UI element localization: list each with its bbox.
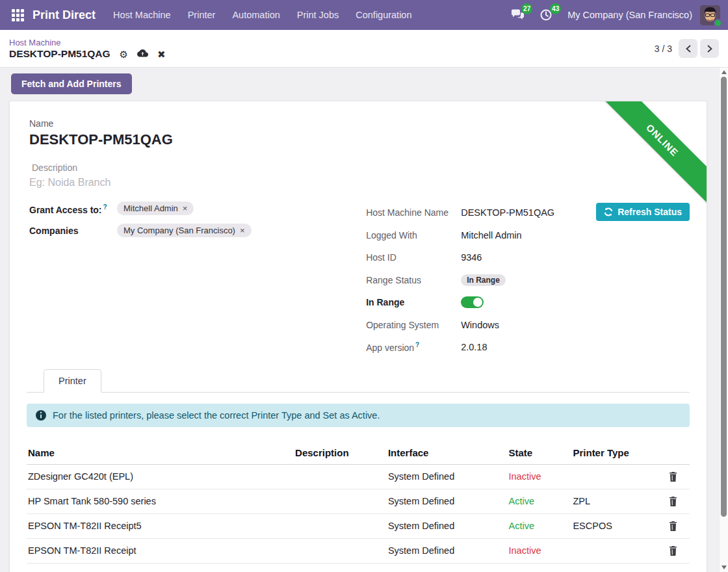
companies-tag[interactable]: My Company (San Francisco) × — [117, 224, 252, 237]
notebook-tabs: Printer — [27, 369, 690, 393]
control-panel: Host Machine DESKTOP-PM51QAG ⚙ ✖ 3 / 3 — [0, 30, 728, 68]
top-navbar: Print Direct Host Machine Printer Automa… — [0, 0, 728, 30]
col-description: Description — [295, 441, 388, 464]
activities-button[interactable]: 43 — [535, 4, 557, 26]
cloud-save-icon[interactable] — [137, 49, 148, 59]
trash-icon — [669, 472, 677, 482]
col-state: State — [509, 441, 573, 464]
grant-access-tag[interactable]: Mitchell Admin × — [117, 202, 194, 215]
trash-icon — [669, 497, 677, 506]
grant-access-label: Grant Access to:? — [29, 202, 117, 215]
remove-tag-icon[interactable]: × — [183, 203, 188, 213]
host-machine-name-value: DESKTOP-PM51QAG — [461, 207, 554, 218]
menu-host-machine[interactable]: Host Machine — [105, 0, 179, 30]
in-range-toggle[interactable] — [461, 296, 484, 308]
messages-button[interactable]: 27 — [506, 4, 528, 26]
delete-row-button[interactable] — [668, 471, 679, 483]
delete-row-button[interactable] — [668, 545, 679, 557]
company-switcher[interactable]: My Company (San Francisco) — [567, 10, 692, 20]
state-badge: Active — [509, 515, 573, 537]
menu-automation[interactable]: Automation — [224, 0, 288, 30]
range-status-label: Range Status — [366, 275, 461, 285]
discard-x-icon[interactable]: ✖ — [157, 49, 166, 59]
state-badge: Inactive — [509, 540, 573, 562]
delete-row-button[interactable] — [668, 520, 679, 532]
app-version-value: 2.0.18 — [461, 342, 487, 352]
trash-icon — [669, 546, 677, 556]
name-label: Name — [29, 118, 690, 129]
trash-icon — [669, 521, 677, 531]
host-name-field[interactable]: DESKTOP-PM51QAG — [29, 131, 690, 148]
pager-count: 3 / 3 — [655, 44, 672, 54]
info-icon — [36, 410, 46, 421]
prev-record-button[interactable] — [679, 39, 697, 58]
in-range-label: In Range — [366, 297, 461, 307]
add-a-line-link[interactable]: Add a line — [27, 564, 690, 572]
settings-gear-icon[interactable]: ⚙ — [120, 49, 128, 59]
help-icon[interactable]: ? — [415, 341, 419, 348]
logged-with-value: Mitchell Admin — [461, 230, 521, 240]
table-row[interactable]: ZDesigner GC420t (EPL) System Defined In… — [27, 465, 690, 489]
chevron-left-icon — [685, 45, 692, 53]
user-menu[interactable] — [700, 5, 720, 25]
operating-system-label: Operating System — [366, 320, 461, 330]
description-input[interactable] — [29, 177, 302, 188]
printer-table: Name Description Interface State Printer… — [27, 441, 690, 572]
col-interface: Interface — [388, 441, 509, 464]
pager: 3 / 3 — [655, 39, 719, 58]
table-header-row: Name Description Interface State Printer… — [27, 441, 690, 465]
companies-label: Companies — [29, 224, 117, 236]
app-version-label: App version? — [366, 341, 461, 353]
vertical-scrollbar — [719, 68, 728, 572]
scroll-down-arrow[interactable] — [722, 566, 727, 569]
table-row[interactable]: HP Smart Tank 580-590 series System Defi… — [27, 489, 690, 514]
delete-row-button[interactable] — [668, 495, 679, 508]
state-badge: Inactive — [509, 465, 573, 488]
host-id-value: 9346 — [461, 252, 482, 263]
remove-tag-icon[interactable]: × — [240, 226, 245, 235]
messages-count-badge: 27 — [521, 3, 532, 14]
table-row[interactable]: EPSON TM-T82II Receipt System Defined In… — [27, 539, 690, 564]
table-row[interactable]: EPSON TM-T82II Receipt5 System Defined A… — [27, 514, 690, 539]
host-machine-name-label: Host Machine Name — [366, 207, 461, 218]
breadcrumb-host-machine-link[interactable]: Host Machine — [9, 37, 166, 48]
online-ribbon: ONLINE — [593, 101, 707, 210]
refresh-status-button[interactable]: Refresh Status — [596, 203, 690, 221]
menu-print-jobs[interactable]: Print Jobs — [289, 0, 347, 30]
apps-grid-icon[interactable] — [6, 4, 29, 26]
state-badge: Active — [509, 490, 573, 512]
menu-printer[interactable]: Printer — [179, 0, 224, 30]
main-menu: Host Machine Printer Automation Print Jo… — [105, 0, 420, 30]
scroll-up-arrow[interactable] — [722, 70, 727, 74]
next-record-button[interactable] — [700, 39, 719, 58]
form-sheet: ONLINE Name DESKTOP-PM51QAG Description … — [9, 101, 707, 572]
grid-icon — [12, 9, 24, 21]
form-group: Grant Access to:? Mitchell Admin × Compa… — [29, 202, 690, 359]
breadcrumb: Host Machine DESKTOP-PM51QAG ⚙ ✖ — [9, 37, 166, 60]
refresh-icon — [604, 207, 613, 216]
description-label: Description — [32, 162, 690, 173]
scrollbar-thumb[interactable] — [721, 77, 727, 517]
col-name: Name — [27, 441, 295, 464]
activities-count-badge: 43 — [550, 3, 561, 14]
chevron-right-icon — [707, 45, 713, 53]
online-status-dot — [714, 19, 722, 27]
range-status-badge: In Range — [461, 274, 506, 286]
info-alert: For the listed printers, please select t… — [27, 404, 690, 427]
breadcrumb-current-record: DESKTOP-PM51QAG — [9, 48, 110, 60]
fetch-and-add-printers-button[interactable]: Fetch and Add Printers — [11, 73, 132, 94]
host-id-label: Host ID — [366, 252, 461, 263]
menu-configuration[interactable]: Configuration — [347, 0, 420, 30]
tab-printer[interactable]: Printer — [44, 369, 101, 393]
main-content: Fetch and Add Printers ONLINE Name DESKT… — [0, 68, 728, 572]
help-icon[interactable]: ? — [103, 203, 107, 211]
operating-system-value: Windows — [461, 320, 499, 330]
app-brand[interactable]: Print Direct — [32, 8, 96, 22]
logged-with-label: Logged With — [366, 230, 461, 240]
col-printer-type: Printer Type — [573, 441, 661, 464]
alert-text: For the listed printers, please select t… — [53, 410, 380, 421]
